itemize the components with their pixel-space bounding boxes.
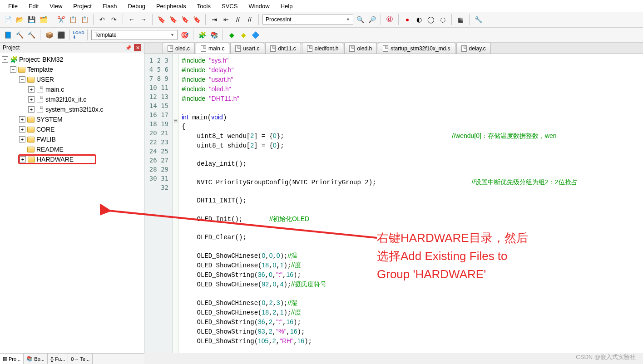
bookmark-prev-icon[interactable]: 🔖 — [168, 15, 178, 25]
rebuild-icon[interactable]: 🔨 — [26, 30, 36, 40]
debug-icon[interactable]: ⓓ — [385, 15, 395, 25]
collapse-icon[interactable]: − — [2, 56, 8, 63]
build-icon[interactable]: 🔨 — [15, 30, 25, 40]
expand-icon[interactable]: + — [28, 96, 35, 103]
outdent-icon[interactable]: ⇤ — [221, 15, 231, 25]
breakpoint-kill-icon[interactable]: ◯ — [426, 15, 436, 25]
options-icon[interactable]: 🎯 — [179, 30, 189, 40]
menu-debug[interactable]: Debug — [124, 1, 150, 11]
panel-tab-books[interactable]: 📚Bo... — [24, 354, 48, 364]
tree-group-readme[interactable]: README — [1, 144, 143, 154]
save-icon[interactable]: 💾 — [26, 15, 36, 25]
menu-flash[interactable]: Flash — [98, 1, 122, 11]
stop-build-icon[interactable]: ⬛ — [56, 30, 66, 40]
comment-icon[interactable]: // — [233, 15, 243, 25]
pin-icon[interactable]: 📌 — [125, 44, 132, 51]
file-tab[interactable]: delay.c — [456, 43, 491, 54]
tree-file[interactable]: + main.c — [1, 84, 143, 94]
panel-tab-project[interactable]: ▦Pro... — [0, 354, 24, 364]
breakpoint-disable-icon[interactable]: ◌ — [438, 15, 448, 25]
tree-root[interactable]: − 🧩 Project: BKM32 — [1, 54, 143, 64]
fold-column[interactable]: ⊟ — [173, 54, 179, 353]
tree-group-hardware[interactable]: + HARDWARE — [18, 154, 96, 164]
config-icon[interactable]: 🔧 — [473, 15, 483, 25]
cfile-icon — [235, 45, 241, 52]
menu-view[interactable]: View — [45, 1, 67, 11]
tree-file[interactable]: + stm32f10x_it.c — [1, 94, 143, 104]
menu-peripherals[interactable]: Peripherals — [152, 1, 191, 11]
folder-icon — [28, 157, 35, 162]
tree-group-core[interactable]: + CORE — [1, 124, 143, 134]
nav-back-icon[interactable]: ← — [127, 15, 137, 25]
breakpoint-icon[interactable]: ● — [402, 15, 412, 25]
manage-icon[interactable]: 🧩 — [197, 30, 207, 40]
bookmark-clear-icon[interactable]: 🔖 — [192, 15, 202, 25]
expand-icon[interactable]: + — [19, 136, 25, 143]
code-text[interactable]: #include "sys.h" #include "delay.h" #inc… — [179, 54, 643, 353]
expand-icon[interactable]: + — [20, 156, 26, 162]
tree-file[interactable]: + system_stm32f10x.c — [1, 104, 143, 114]
cut-icon[interactable]: ✂️ — [56, 15, 66, 25]
file-tab[interactable]: usart.c — [230, 43, 264, 54]
redo-icon[interactable]: ↷ — [109, 15, 119, 25]
menu-tools[interactable]: Tools — [193, 1, 215, 11]
save-all-icon[interactable]: 🗂️ — [38, 15, 48, 25]
tree-group-fwlib[interactable]: + FWLIB — [1, 134, 143, 144]
menu-file[interactable]: File — [4, 1, 22, 11]
menu-help[interactable]: Help — [276, 1, 297, 11]
project-tree[interactable]: − 🧩 Project: BKM32 − Template − USER + m… — [0, 53, 144, 353]
batch-build-icon[interactable]: 📦 — [44, 30, 54, 40]
cfile-icon — [383, 45, 388, 52]
panel-tab-templates[interactable]: 0→Te... — [68, 354, 93, 364]
file-tab[interactable]: dht11.c — [265, 43, 301, 54]
window-icon[interactable]: ▦ — [455, 15, 465, 25]
undo-icon[interactable]: ↶ — [97, 15, 107, 25]
close-icon[interactable]: ✕ — [134, 44, 141, 51]
folder-icon — [27, 127, 35, 133]
template-select[interactable]: Template ▼ — [91, 30, 178, 40]
paste-icon[interactable]: 📋 — [79, 15, 89, 25]
menu-svcs[interactable]: SVCS — [217, 1, 242, 11]
nav-fwd-icon[interactable]: → — [138, 15, 148, 25]
indent-icon[interactable]: ⇥ — [209, 15, 219, 25]
bookmark-next-icon[interactable]: 🔖 — [180, 15, 190, 25]
target-select[interactable]: ProcessInt ▼ — [262, 15, 353, 25]
menu-window[interactable]: Window — [244, 1, 274, 11]
file-tab[interactable]: oled.h — [344, 43, 377, 54]
expand-icon[interactable]: + — [28, 86, 35, 93]
file-tab[interactable]: oled.c — [163, 43, 195, 54]
find-files-icon[interactable]: 🔎 — [367, 15, 377, 25]
cfile-icon — [37, 86, 43, 93]
file-tab[interactable]: startup_stm32f10x_md.s — [378, 43, 455, 54]
translate-icon[interactable]: 📘 — [3, 30, 13, 40]
tree-group-system[interactable]: + SYSTEM — [1, 114, 143, 124]
copy-icon[interactable]: 📋 — [68, 15, 78, 25]
expand-icon[interactable]: + — [28, 106, 35, 113]
chevron-down-icon: ▼ — [343, 17, 350, 22]
file-tab[interactable]: main.c — [196, 43, 229, 54]
download-icon[interactable]: LOAD⬇ — [74, 30, 84, 40]
uncomment-icon[interactable]: // — [245, 15, 255, 25]
menu-edit[interactable]: Edit — [24, 1, 43, 11]
code-editor[interactable]: 1 2 3 4 5 6 7 8 9 10 11 12 13 14 15 16 1… — [144, 54, 643, 353]
pack-yellow-icon[interactable]: ◆ — [238, 30, 248, 40]
find-icon[interactable]: 🔍 — [355, 15, 365, 25]
collapse-icon[interactable]: − — [19, 76, 25, 83]
file-tab[interactable]: oledfont.h — [302, 43, 344, 54]
expand-icon[interactable]: + — [19, 126, 25, 133]
menu-project[interactable]: Project — [69, 1, 96, 11]
cfile-icon — [307, 45, 312, 52]
open-icon[interactable]: 📂 — [15, 15, 25, 25]
breakpoint-toggle-icon[interactable]: ◐ — [414, 15, 424, 25]
new-file-icon[interactable]: 📄 — [3, 15, 13, 25]
bookmark-icon[interactable]: 🔖 — [156, 15, 166, 25]
collapse-icon[interactable]: − — [10, 66, 16, 73]
tree-target[interactable]: − Template — [1, 64, 143, 74]
pack-multi-icon[interactable]: 🔷 — [250, 30, 260, 40]
pack-green-icon[interactable]: ◆ — [227, 30, 237, 40]
tree-group-user[interactable]: − USER — [1, 74, 143, 84]
cfile-icon — [461, 45, 467, 52]
expand-icon[interactable]: + — [19, 116, 25, 123]
books-icon[interactable]: 📚 — [209, 30, 219, 40]
panel-tab-functions[interactable]: {}Fu... — [48, 354, 68, 364]
